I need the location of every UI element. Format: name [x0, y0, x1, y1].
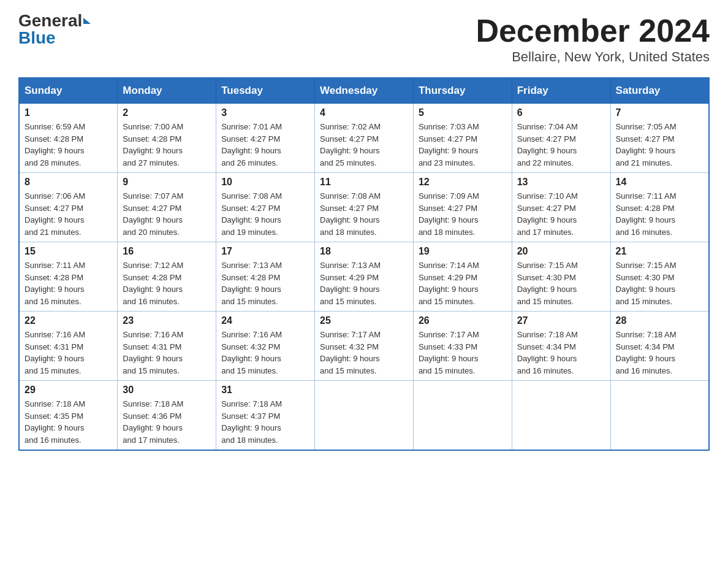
calendar-cell: 25Sunrise: 7:17 AMSunset: 4:32 PMDayligh… — [315, 312, 414, 381]
calendar-cell: 8Sunrise: 7:06 AMSunset: 4:27 PMDaylight… — [19, 173, 118, 242]
day-number: 3 — [221, 107, 309, 118]
calendar-cell: 9Sunrise: 7:07 AMSunset: 4:27 PMDaylight… — [118, 173, 216, 242]
sunset-label: Sunset: 4:27 PM — [320, 204, 379, 213]
day-number: 30 — [123, 385, 211, 396]
daylight-label: Daylight: 9 hours — [517, 215, 577, 224]
day-info: Sunrise: 7:07 AMSunset: 4:27 PMDaylight:… — [123, 190, 211, 238]
daylight-label: Daylight: 9 hours — [616, 285, 676, 294]
daylight-value: and 16 minutes. — [25, 297, 82, 306]
calendar-cell: 10Sunrise: 7:08 AMSunset: 4:27 PMDayligh… — [216, 173, 315, 242]
sunset-label: Sunset: 4:28 PM — [616, 204, 675, 213]
day-number: 16 — [123, 246, 211, 257]
day-info: Sunrise: 7:18 AMSunset: 4:37 PMDaylight:… — [221, 398, 309, 446]
day-info: Sunrise: 7:13 AMSunset: 4:29 PMDaylight:… — [320, 259, 408, 307]
calendar-cell — [512, 381, 610, 451]
daylight-value: and 15 minutes. — [320, 366, 377, 375]
sunrise-label: Sunrise: 7:06 AM — [25, 191, 85, 201]
sunset-label: Sunset: 4:37 PM — [221, 412, 280, 421]
header-wednesday: Wednesday — [315, 78, 414, 104]
day-number: 25 — [320, 315, 408, 326]
daylight-value: and 22 minutes. — [517, 158, 574, 167]
daylight-value: and 21 minutes. — [25, 228, 82, 237]
daylight-value: and 16 minutes. — [517, 366, 574, 375]
day-number: 23 — [123, 315, 211, 326]
page-header: General Blue December 2024 Bellaire, New… — [18, 12, 710, 65]
sunset-label: Sunset: 4:27 PM — [25, 204, 83, 213]
calendar-cell: 6Sunrise: 7:04 AMSunset: 4:27 PMDaylight… — [512, 104, 610, 173]
calendar-cell: 14Sunrise: 7:11 AMSunset: 4:28 PMDayligh… — [610, 173, 709, 242]
sunrise-label: Sunrise: 7:10 AM — [517, 191, 578, 201]
day-number: 10 — [221, 177, 309, 188]
header-saturday: Saturday — [610, 78, 709, 104]
sunrise-label: Sunrise: 7:18 AM — [25, 399, 85, 408]
day-info: Sunrise: 7:06 AMSunset: 4:27 PMDaylight:… — [25, 190, 112, 238]
daylight-value: and 16 minutes. — [616, 366, 673, 375]
daylight-value: and 21 minutes. — [616, 158, 673, 167]
sunset-label: Sunset: 4:27 PM — [616, 134, 675, 144]
sunset-label: Sunset: 4:28 PM — [221, 273, 280, 282]
sunrise-label: Sunrise: 7:11 AM — [616, 191, 677, 201]
calendar-cell: 23Sunrise: 7:16 AMSunset: 4:31 PMDayligh… — [118, 312, 216, 381]
calendar-cell: 3Sunrise: 7:01 AMSunset: 4:27 PMDaylight… — [216, 104, 315, 173]
day-number: 19 — [419, 246, 507, 257]
daylight-label: Daylight: 9 hours — [419, 146, 479, 155]
calendar-table: SundayMondayTuesdayWednesdayThursdayFrid… — [18, 77, 710, 451]
day-number: 22 — [25, 315, 112, 326]
daylight-label: Daylight: 9 hours — [221, 354, 281, 363]
daylight-label: Daylight: 9 hours — [517, 146, 577, 155]
day-info: Sunrise: 7:04 AMSunset: 4:27 PMDaylight:… — [517, 121, 605, 169]
daylight-value: and 15 minutes. — [221, 366, 278, 375]
sunrise-label: Sunrise: 6:59 AM — [25, 122, 85, 131]
calendar-cell: 18Sunrise: 7:13 AMSunset: 4:29 PMDayligh… — [315, 242, 414, 312]
daylight-value: and 20 minutes. — [123, 228, 180, 237]
calendar-cell: 1Sunrise: 6:59 AMSunset: 4:28 PMDaylight… — [19, 104, 118, 173]
day-number: 12 — [419, 177, 507, 188]
daylight-value: and 15 minutes. — [221, 297, 278, 306]
calendar-cell: 7Sunrise: 7:05 AMSunset: 4:27 PMDaylight… — [610, 104, 709, 173]
calendar-cell: 11Sunrise: 7:08 AMSunset: 4:27 PMDayligh… — [315, 173, 414, 242]
daylight-value: and 15 minutes. — [123, 366, 180, 375]
calendar-week-row: 22Sunrise: 7:16 AMSunset: 4:31 PMDayligh… — [19, 312, 709, 381]
sunset-label: Sunset: 4:27 PM — [221, 204, 280, 213]
header-monday: Monday — [118, 78, 216, 104]
sunset-label: Sunset: 4:31 PM — [25, 342, 83, 351]
calendar-cell — [315, 381, 414, 451]
sunset-label: Sunset: 4:29 PM — [419, 273, 477, 282]
daylight-value: and 18 minutes. — [320, 228, 377, 237]
day-info: Sunrise: 7:00 AMSunset: 4:28 PMDaylight:… — [123, 121, 211, 169]
day-number: 17 — [221, 246, 309, 257]
day-number: 18 — [320, 246, 408, 257]
daylight-label: Daylight: 9 hours — [616, 146, 676, 155]
daylight-value: and 15 minutes. — [517, 297, 574, 306]
day-number: 9 — [123, 177, 211, 188]
calendar-week-row: 1Sunrise: 6:59 AMSunset: 4:28 PMDaylight… — [19, 104, 709, 173]
sunrise-label: Sunrise: 7:16 AM — [221, 330, 282, 339]
calendar-cell: 29Sunrise: 7:18 AMSunset: 4:35 PMDayligh… — [19, 381, 118, 451]
day-info: Sunrise: 7:10 AMSunset: 4:27 PMDaylight:… — [517, 190, 605, 238]
sunset-label: Sunset: 4:31 PM — [123, 342, 181, 351]
sunrise-label: Sunrise: 7:17 AM — [320, 330, 381, 339]
daylight-label: Daylight: 9 hours — [221, 285, 281, 294]
calendar-cell: 22Sunrise: 7:16 AMSunset: 4:31 PMDayligh… — [19, 312, 118, 381]
calendar-cell: 16Sunrise: 7:12 AMSunset: 4:28 PMDayligh… — [118, 242, 216, 312]
calendar-cell: 27Sunrise: 7:18 AMSunset: 4:34 PMDayligh… — [512, 312, 610, 381]
sunrise-label: Sunrise: 7:15 AM — [517, 261, 578, 270]
daylight-label: Daylight: 9 hours — [320, 285, 380, 294]
sunrise-label: Sunrise: 7:18 AM — [221, 399, 282, 408]
sunset-label: Sunset: 4:28 PM — [25, 273, 83, 282]
sunrise-label: Sunrise: 7:08 AM — [221, 191, 282, 201]
daylight-label: Daylight: 9 hours — [320, 215, 380, 224]
daylight-label: Daylight: 9 hours — [25, 354, 85, 363]
sunset-label: Sunset: 4:30 PM — [616, 273, 675, 282]
calendar-title: December 2024 — [476, 12, 710, 49]
title-block: December 2024 Bellaire, New York, United… — [476, 12, 710, 65]
daylight-label: Daylight: 9 hours — [25, 285, 85, 294]
day-number: 31 — [221, 385, 309, 396]
sunset-label: Sunset: 4:32 PM — [320, 342, 379, 351]
day-info: Sunrise: 7:16 AMSunset: 4:31 PMDaylight:… — [25, 329, 112, 377]
sunset-label: Sunset: 4:27 PM — [517, 204, 576, 213]
day-info: Sunrise: 7:12 AMSunset: 4:28 PMDaylight:… — [123, 259, 211, 307]
day-info: Sunrise: 7:02 AMSunset: 4:27 PMDaylight:… — [320, 121, 408, 169]
sunset-label: Sunset: 4:33 PM — [419, 342, 477, 351]
calendar-cell — [413, 381, 512, 451]
